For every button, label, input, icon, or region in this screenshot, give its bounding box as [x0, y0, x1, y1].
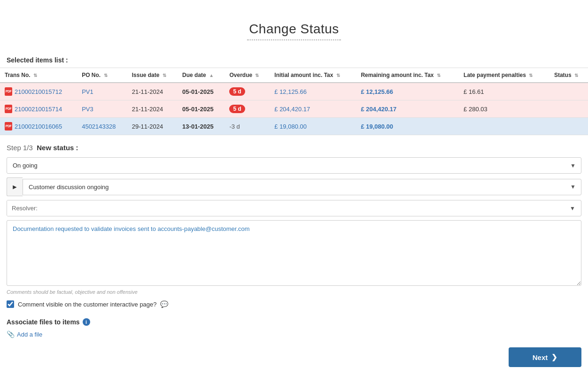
cell-initial-amount: £ 12,125.66 — [270, 83, 356, 100]
col-late-payment[interactable]: Late payment penalties ⇅ — [459, 68, 549, 83]
info-icon[interactable]: i — [83, 318, 90, 326]
table-row: PDF21000210015714PV321-11-202405-01-2025… — [0, 100, 588, 118]
cell-initial-amount: £ 19,080.00 — [270, 118, 356, 135]
sort-icon-overdue: ⇅ — [255, 73, 259, 78]
cell-due-date: 05-01-2025 — [178, 83, 224, 100]
cell-late-payment: £ 16.61 — [459, 83, 549, 100]
cell-remaining-amount: £ 19,080.00 — [356, 118, 459, 135]
overdue-badge: 5 d — [229, 87, 245, 96]
po-link[interactable]: PV1 — [82, 88, 93, 95]
trans-link[interactable]: PDF21000210016065 — [5, 122, 72, 130]
overdue-badge: 5 d — [229, 105, 245, 113]
sort-icon-late-payment: ⇅ — [529, 73, 533, 78]
col-due-date[interactable]: Due date ▲ — [178, 68, 224, 83]
cell-overdue: 5 d — [224, 83, 270, 100]
expand-button[interactable]: ► — [7, 177, 23, 196]
cell-po-no: PV1 — [77, 83, 127, 100]
resolver-chevron-icon: ▼ — [564, 205, 581, 212]
sort-icon-due-date: ▲ — [209, 73, 214, 78]
trans-link[interactable]: PDF21000210015714 — [5, 105, 72, 113]
sort-icon-remaining-amount: ⇅ — [437, 73, 441, 78]
col-trans-no[interactable]: Trans No. ⇅ — [0, 68, 77, 83]
trans-link[interactable]: PDF21000210015712 — [5, 87, 72, 96]
cell-late-payment: £ 280.03 — [459, 100, 549, 118]
associate-heading-text: Associate files to items — [7, 318, 80, 326]
cell-issue-date: 21-11-2024 — [127, 83, 178, 100]
cell-overdue: 5 d — [224, 100, 270, 118]
table-row: PDF21000210015712PV121-11-202405-01-2025… — [0, 83, 588, 100]
cell-due-date: 13-01-2025 — [178, 118, 224, 135]
add-file-link[interactable]: 📎 Add a file — [7, 330, 581, 338]
col-overdue[interactable]: Overdue ⇅ — [224, 68, 270, 83]
status-dropdown-wrapper: On goingPaidDisputedClosed ▼ — [7, 157, 581, 174]
paperclip-icon: 📎 — [7, 330, 15, 338]
footer-bar: Next ❯ — [0, 338, 588, 374]
selected-items-label: Selected items list : — [0, 52, 588, 68]
associate-heading: Associate files to items i — [7, 318, 581, 326]
comment-visible-checkbox[interactable] — [7, 300, 14, 308]
cell-due-date: 05-01-2025 — [178, 100, 224, 118]
pdf-icon: PDF — [5, 87, 12, 96]
comment-visible-row: Comment visible on the customer interact… — [7, 297, 581, 310]
status-dropdown[interactable]: On goingPaidDisputedClosed — [7, 157, 581, 174]
sort-icon-initial-amount: ⇅ — [336, 73, 340, 78]
comment-textarea[interactable] — [7, 220, 581, 286]
overdue-neg: -3 d — [229, 123, 240, 130]
col-issue-date[interactable]: Issue date ⇅ — [127, 68, 178, 83]
resolver-dropdown[interactable] — [42, 200, 564, 216]
associate-section: Associate files to items i 📎 Add a file — [0, 310, 588, 338]
sub-status-dropdown[interactable]: Customer discussion ongoingAwaiting paym… — [23, 179, 581, 195]
next-button[interactable]: Next ❯ — [509, 347, 581, 367]
sort-icon-status: ⇅ — [574, 73, 578, 78]
new-status-label: New status : — [37, 144, 78, 152]
next-arrow-icon: ❯ — [551, 353, 557, 361]
po-link[interactable]: 4502143328 — [82, 123, 116, 130]
comment-hint: Comments should be factual, objective an… — [7, 287, 581, 297]
resolver-label: Resolver: — [7, 200, 42, 216]
sort-icon-po-no: ⇅ — [104, 73, 108, 78]
items-table: Trans No. ⇅ PO No. ⇅ Issue date ⇅ Due da… — [0, 68, 588, 135]
page-title: Change Status — [0, 0, 588, 52]
pdf-icon: PDF — [5, 122, 12, 130]
cell-overdue: -3 d — [224, 118, 270, 135]
next-button-label: Next — [533, 353, 548, 361]
sort-icon-trans-no: ⇅ — [33, 73, 37, 78]
resolver-row: Resolver: ▼ — [7, 200, 581, 216]
cell-po-no: 4502143328 — [77, 118, 127, 135]
table-row: PDF21000210016065450214332829-11-202413-… — [0, 118, 588, 135]
pdf-icon: PDF — [5, 105, 12, 113]
cell-remaining-amount: £ 204,420.17 — [356, 100, 459, 118]
cell-remaining-amount: £ 12,125.66 — [356, 83, 459, 100]
cell-status — [549, 118, 588, 135]
po-link[interactable]: PV3 — [82, 106, 93, 113]
sub-status-row: ► Customer discussion ongoingAwaiting pa… — [7, 177, 581, 196]
cell-status — [549, 83, 588, 100]
col-po-no[interactable]: PO No. ⇅ — [77, 68, 127, 83]
col-status[interactable]: Status ⇅ — [549, 68, 588, 83]
cell-trans-no: PDF21000210016065 — [0, 118, 77, 135]
cell-issue-date: 29-11-2024 — [127, 118, 178, 135]
cell-status — [549, 100, 588, 118]
cell-trans-no: PDF21000210015712 — [0, 83, 77, 100]
step-heading: Step 1/3 New status : — [7, 144, 581, 152]
col-initial-amount[interactable]: Initial amount inc. Tax ⇅ — [270, 68, 356, 83]
cell-initial-amount: £ 204,420.17 — [270, 100, 356, 118]
cell-trans-no: PDF21000210015714 — [0, 100, 77, 118]
cell-po-no: PV3 — [77, 100, 127, 118]
col-remaining-amount[interactable]: Remaining amount inc. Tax ⇅ — [356, 68, 459, 83]
comment-visible-label: Comment visible on the customer interact… — [18, 300, 168, 308]
cell-late-payment — [459, 118, 549, 135]
chat-icon: 💬 — [160, 300, 168, 308]
add-file-label: Add a file — [17, 331, 42, 338]
step-number: Step 1/3 — [7, 144, 33, 152]
sub-dropdown-wrapper: Customer discussion ongoingAwaiting paym… — [23, 179, 581, 195]
sort-icon-issue-date: ⇅ — [162, 73, 166, 78]
cell-issue-date: 21-11-2024 — [127, 100, 178, 118]
